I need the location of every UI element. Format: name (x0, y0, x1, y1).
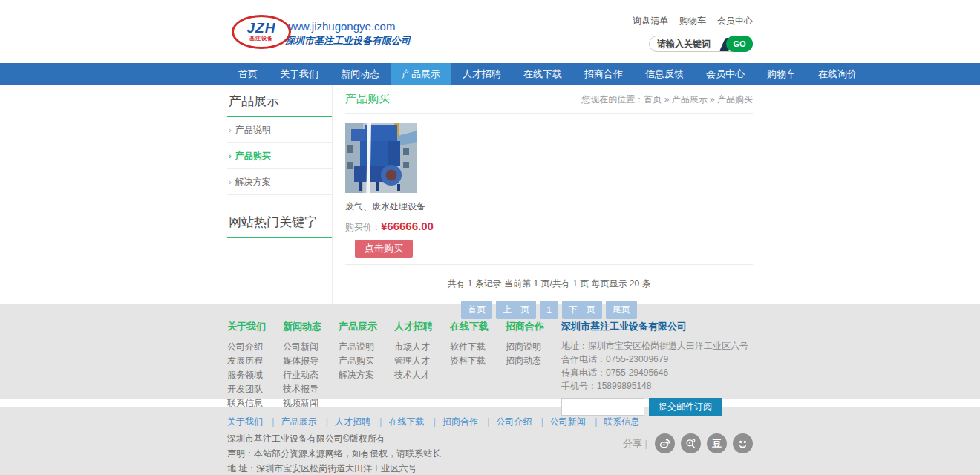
footer-link[interactable]: 管理人才 (394, 354, 450, 368)
douban-glyph: 豆 (712, 437, 722, 451)
nav-item-downloads[interactable]: 在线下载 (512, 63, 573, 85)
footer-link[interactable]: 招商说明 (506, 340, 561, 354)
chevron-right-icon (229, 125, 232, 134)
footer-col-title: 人才招聘 (394, 320, 450, 333)
pagination: 首页 上一页 1 下一页 尾页 (345, 301, 753, 319)
logo-letters: JZH (247, 22, 276, 35)
nav-item-home[interactable]: 首页 (227, 63, 269, 85)
nav-item-news[interactable]: 新闻动态 (330, 63, 391, 85)
nav-item-jobs[interactable]: 人才招聘 (451, 63, 512, 85)
bottom-link[interactable]: 联系信息 (588, 416, 639, 427)
pagination-last-button[interactable]: 尾页 (606, 301, 637, 319)
bottom-link[interactable]: 公司新闻 (535, 416, 586, 427)
footer-link[interactable]: 技术报导 (283, 382, 339, 396)
product-card: 废气、废水处理设备 购买价：¥66666.00 点击购买 (345, 123, 422, 258)
footer-link[interactable]: 服务领域 (227, 368, 283, 382)
sidebar-item-label: 产品说明 (235, 124, 271, 137)
footer-link[interactable]: 发展历程 (227, 354, 283, 368)
logo-mark-icon: JZH 基注设备 (232, 15, 291, 49)
product-name[interactable]: 废气、废水处理设备 (345, 200, 422, 213)
footer-link[interactable]: 媒体报导 (283, 354, 339, 368)
footer-link[interactable]: 联系信息 (227, 396, 283, 410)
divider (345, 264, 753, 265)
email-subscribe-input[interactable] (561, 398, 644, 416)
nav-item-cart[interactable]: 购物车 (756, 63, 807, 85)
sidebar-item-product-info[interactable]: 产品说明 (227, 117, 332, 143)
sidebar-item-solutions[interactable]: 解决方案 (227, 169, 332, 195)
product-image[interactable] (345, 123, 417, 193)
company-logo[interactable]: JZH 基注设备 www.jizhugongye.com 深圳市基注工业设备有限… (232, 15, 411, 49)
nav-item-cooperation[interactable]: 招商合作 (573, 63, 634, 85)
pagination-summary: 共有 1 条记录 当前第 1 页/共有 1 页 每页显示 20 条 (345, 278, 753, 290)
pagination-next-button[interactable]: 下一页 (562, 301, 602, 319)
footer-link[interactable]: 招商动态 (506, 354, 561, 368)
sidebar-item-product-buy[interactable]: 产品购买 (227, 143, 332, 169)
douban-icon[interactable]: 豆 (707, 433, 727, 453)
footer-link[interactable]: 产品说明 (339, 340, 394, 354)
footer-col-title: 产品展示 (339, 320, 394, 333)
header: JZH 基注设备 www.jizhugongye.com 深圳市基注工业设备有限… (0, 0, 980, 63)
sidebar-title-products: 产品展示 (227, 85, 332, 117)
footer-company-fax: 传真电话：0755-29495646 (561, 366, 753, 379)
nav-item-feedback[interactable]: 信息反馈 (634, 63, 695, 85)
footer-company-info: 深圳市基注工业设备有限公司 地址：深圳市宝安区松岗街道大田洋工业区六号 合作电话… (561, 320, 753, 416)
footer-link[interactable]: 市场人才 (394, 340, 450, 354)
bottom-link[interactable]: 人才招聘 (319, 416, 370, 427)
buy-now-button[interactable]: 点击购买 (355, 240, 413, 258)
nav-item-about[interactable]: 关于我们 (269, 63, 330, 85)
cart-link[interactable]: 购物车 (679, 15, 706, 27)
footer-bottom: 关于我们 产品展示 人才招聘 在线下载 招商合作 公司介绍 公司新闻 联系信息 … (0, 407, 980, 475)
footer-company-mobile: 手机号：15899895148 (561, 379, 753, 393)
sidebar-title-keywords: 网站热门关键字 (227, 206, 332, 238)
footer-link[interactable]: 视频新闻 (283, 396, 339, 410)
nav-item-quote[interactable]: 在线询价 (807, 63, 868, 85)
nav-item-products[interactable]: 产品展示 (391, 63, 451, 85)
bottom-link[interactable]: 在线下载 (373, 416, 424, 427)
inquiry-list-link[interactable]: 询盘清单 (633, 15, 668, 27)
chevron-right-icon (229, 177, 232, 186)
pagination-prev-button[interactable]: 上一页 (496, 301, 536, 319)
footer-col-news: 新闻动态 公司新闻 媒体报导 行业动态 技术报导 视频新闻 (283, 320, 339, 416)
product-price: ¥66666.00 (381, 220, 434, 232)
footer-link[interactable]: 资料下载 (450, 354, 506, 368)
weibo-icon[interactable] (655, 433, 675, 453)
footer-link[interactable]: 解决方案 (339, 368, 394, 382)
main-nav: 首页 关于我们 新闻动态 产品展示 人才招聘 在线下载 招商合作 信息反馈 会员… (0, 63, 980, 85)
bottom-link[interactable]: 招商合作 (427, 416, 478, 427)
footer-link[interactable]: 技术人才 (394, 368, 450, 382)
pagination-first-button[interactable]: 首页 (461, 301, 492, 319)
header-quick-links: 询盘清单 购物车 会员中心 (633, 15, 753, 27)
pagination-page-1-button[interactable]: 1 (540, 301, 558, 319)
footer-link[interactable]: 产品购买 (339, 354, 394, 368)
email-subscribe-button[interactable]: 提交邮件订阅 (649, 398, 722, 416)
footer-link[interactable]: 行业动态 (283, 368, 339, 382)
member-center-link[interactable]: 会员中心 (717, 15, 753, 27)
tencent-weibo-icon[interactable] (681, 433, 701, 453)
search-bar: GO (649, 36, 753, 52)
search-go-button[interactable]: GO (726, 36, 753, 52)
footer-company-phone: 合作电话：0755-23009679 (561, 353, 753, 366)
footer-link[interactable]: 公司新闻 (283, 340, 339, 354)
sidebar-item-label: 解决方案 (235, 176, 271, 189)
footer-col-jobs: 人才招聘 市场人才 管理人才 技术人才 (394, 320, 450, 416)
renren-icon[interactable] (733, 433, 753, 453)
share-label: 分享 (623, 437, 647, 451)
logo-caption: 基注设备 (249, 35, 273, 42)
main-panel: 产品购买 您现在的位置：首页 » 产品展示 » 产品购买 (332, 85, 753, 304)
bottom-link[interactable]: 产品展示 (265, 416, 316, 427)
footer-col-products: 产品展示 产品说明 产品购买 解决方案 (339, 320, 394, 416)
footer-link[interactable]: 软件下载 (450, 340, 506, 354)
footer-link[interactable]: 公司介绍 (227, 340, 283, 354)
search-input[interactable] (650, 36, 718, 51)
logo-url: www.jizhugongye.com (285, 20, 411, 33)
footer-col-title: 关于我们 (227, 320, 283, 333)
share-bar: 分享 豆 (623, 433, 753, 453)
chevron-right-icon (229, 151, 232, 160)
bottom-links: 关于我们 产品展示 人才招聘 在线下载 招商合作 公司介绍 公司新闻 联系信息 (227, 416, 753, 428)
footer-col-title: 招商合作 (506, 320, 561, 333)
bottom-link[interactable]: 公司介绍 (480, 416, 532, 427)
price-label: 购买价： (345, 222, 381, 232)
footer-link[interactable]: 开发团队 (227, 382, 283, 396)
bottom-link[interactable]: 关于我们 (227, 416, 263, 427)
nav-item-member[interactable]: 会员中心 (695, 63, 756, 85)
